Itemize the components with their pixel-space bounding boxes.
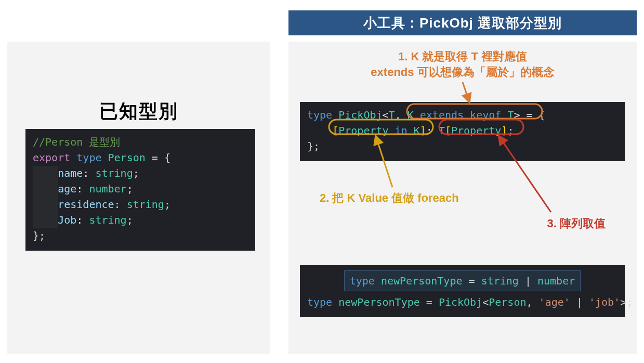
code-line: export type Person = { [33,150,248,165]
title-text: 小工具：PickObj 選取部分型別 [363,14,562,32]
title-bar: 小工具：PickObj 選取部分型別 [288,10,637,35]
inner-type-box: type newPersonType = string | number [344,270,581,291]
code-line: residence: string; [33,197,248,212]
right-code-block-1: type PickObj<T, K extends keyof T> = { [… [300,102,625,161]
right-code-block-2: type newPersonType = string | number typ… [300,265,625,317]
annotation-3: 3. 陣列取值 [547,216,606,231]
arrow-orange [463,82,469,102]
code-line: }; [33,228,248,243]
code-line: age: number; [33,181,248,197]
left-code-block: //Person 是型別 export type Person = { name… [25,129,255,251]
code-line: name: string; [33,165,248,181]
code-line: //Person 是型別 [33,134,248,150]
inner-type-box-wrap: type newPersonType = string | number [307,270,617,294]
code-line: [Property in K]: T[Property]; [307,123,617,138]
code-comment: //Person 是型別 [33,136,120,148]
left-heading: 已知型別 [7,99,270,124]
code-line: Job: string; [33,212,248,228]
code-line: }; [307,138,617,154]
left-panel: 已知型別 //Person 是型別 export type Person = {… [7,42,270,354]
code-line: type newPersonType = PickObj<Person, 'ag… [307,294,617,310]
right-panel: 1. K 就是取得 T 裡對應值 extends 可以想像為「屬於」的概念 ty… [288,42,637,354]
annotation-2: 2. 把 K Value 值做 foreach [320,190,459,206]
code-line: type PickObj<T, K extends keyof T> = { [307,107,617,123]
slide: 小工具：PickObj 選取部分型別 已知型別 //Person 是型別 exp… [0,0,644,363]
annotation-1: 1. K 就是取得 T 裡對應值 extends 可以想像為「屬於」的概念 [288,49,637,80]
